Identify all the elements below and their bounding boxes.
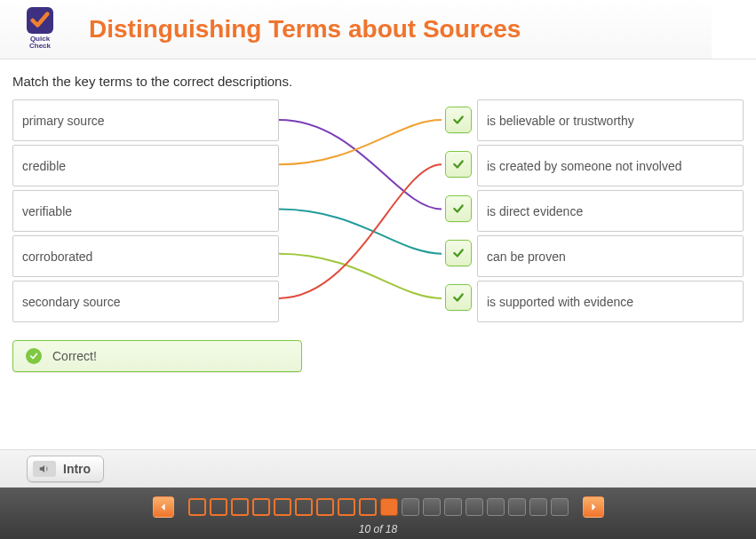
- page-indicator-8[interactable]: [338, 498, 355, 516]
- term-credible[interactable]: credible: [12, 145, 279, 186]
- page-indicator-13[interactable]: [444, 498, 462, 516]
- progress-strip: 10 of 18: [0, 487, 756, 539]
- term-label: secondary source: [22, 295, 121, 309]
- desc-label: is created by someone not involved: [487, 159, 681, 173]
- match-correct-chip: [445, 240, 472, 266]
- desc-supported-evidence[interactable]: is supported with evidence: [477, 281, 744, 322]
- desc-can-be-proven[interactable]: can be proven: [477, 235, 744, 277]
- main-content: Match the key terms to the correct descr…: [0, 59, 756, 372]
- desc-direct-evidence[interactable]: is direct evidence: [477, 190, 744, 232]
- page-indicator-2[interactable]: [210, 498, 227, 516]
- page-indicator-12[interactable]: [423, 498, 441, 516]
- page-indicator-7[interactable]: [316, 498, 334, 516]
- page-indicator-6[interactable]: [295, 498, 313, 516]
- instruction-text: Match the key terms to the correct descr…: [12, 74, 744, 89]
- page-indicator-17[interactable]: [529, 498, 547, 516]
- term-label: primary source: [22, 114, 105, 128]
- page-indicator-3[interactable]: [231, 498, 249, 516]
- next-button[interactable]: [583, 496, 604, 518]
- page-indicator-11[interactable]: [402, 498, 419, 516]
- match-correct-chip: [445, 195, 472, 222]
- quickcheck-label: Quick Check: [27, 36, 53, 50]
- page-indicator-1[interactable]: [188, 498, 206, 516]
- nav-row: [0, 496, 756, 518]
- speaker-icon: [33, 461, 56, 477]
- page-indicator-14[interactable]: [466, 498, 483, 516]
- desc-label: is supported with evidence: [487, 295, 633, 309]
- matching-area: primary source credible verifiable corro…: [12, 99, 744, 322]
- correct-icon: [26, 348, 42, 364]
- page-indicator-18[interactable]: [551, 498, 569, 516]
- intro-bar: Intro: [0, 449, 756, 487]
- page-title: Distinguishing Terms about Sources: [89, 15, 521, 44]
- term-secondary-source[interactable]: secondary source: [12, 281, 279, 322]
- term-label: verifiable: [22, 204, 72, 218]
- page-indicator-4[interactable]: [252, 498, 270, 516]
- feedback-text: Correct!: [52, 349, 97, 363]
- page-indicator-5[interactable]: [274, 498, 291, 516]
- match-correct-chip: [445, 284, 472, 311]
- connector-area: [279, 99, 477, 322]
- right-descriptions-column: is believable or trustworthy is created …: [477, 99, 744, 322]
- match-correct-chip: [445, 151, 472, 178]
- footer: Intro 10 of 18: [0, 449, 756, 539]
- match-correct-chip: [445, 107, 472, 133]
- header: Quick Check Distinguishing Terms about S…: [0, 0, 756, 59]
- feedback-bar: Correct!: [12, 340, 302, 372]
- left-terms-column: primary source credible verifiable corro…: [12, 99, 279, 322]
- quickcheck-logo: Quick Check: [27, 7, 53, 52]
- intro-button[interactable]: Intro: [27, 456, 104, 482]
- intro-button-label: Intro: [63, 462, 91, 476]
- desc-believable[interactable]: is believable or trustworthy: [477, 99, 744, 141]
- term-label: credible: [22, 159, 66, 173]
- desc-label: is direct evidence: [487, 204, 583, 218]
- desc-label: is believable or trustworthy: [487, 114, 634, 128]
- page-counter: 10 of 18: [0, 523, 756, 535]
- term-corroborated[interactable]: corroborated: [12, 235, 279, 277]
- desc-label: can be proven: [487, 250, 566, 264]
- desc-created-not-involved[interactable]: is created by someone not involved: [477, 145, 744, 186]
- quickcheck-icon: [27, 7, 53, 34]
- page-indicator-9[interactable]: [359, 498, 377, 516]
- page-indicator-16[interactable]: [508, 498, 526, 516]
- prev-button[interactable]: [153, 496, 174, 518]
- term-primary-source[interactable]: primary source: [12, 99, 279, 141]
- term-label: corroborated: [22, 250, 92, 264]
- term-verifiable[interactable]: verifiable: [12, 190, 279, 232]
- page-indicator-15[interactable]: [487, 498, 505, 516]
- page-indicator-10[interactable]: [380, 498, 398, 516]
